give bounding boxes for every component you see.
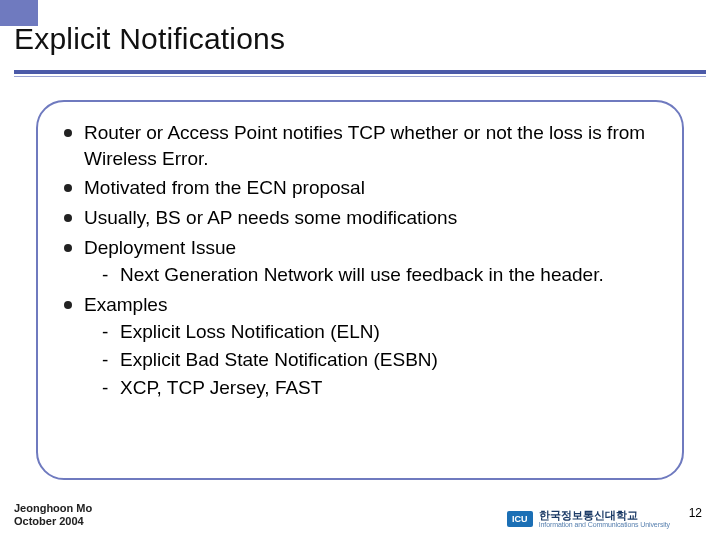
footer-logo: ICU 한국정보통신대학교 Information and Communicat… bbox=[507, 510, 670, 528]
sub-item: Explicit Loss Notification (ELN) bbox=[84, 319, 660, 345]
footer-left: Jeonghoon Mo October 2004 bbox=[14, 502, 92, 528]
content-box: Router or Access Point notifies TCP whet… bbox=[36, 100, 684, 480]
bullet-list: Router or Access Point notifies TCP whet… bbox=[60, 120, 660, 400]
logo-korean: 한국정보통신대학교 bbox=[539, 510, 670, 521]
footer-author: Jeonghoon Mo bbox=[14, 502, 92, 515]
logo-badge-icon: ICU bbox=[507, 511, 533, 527]
bullet-item: Deployment Issue Next Generation Network… bbox=[60, 235, 660, 288]
slide: Explicit Notifications Router or Access … bbox=[0, 0, 720, 540]
sub-item: Explicit Bad State Notification (ESBN) bbox=[84, 347, 660, 373]
footer-date: October 2004 bbox=[14, 515, 92, 528]
sub-item: Next Generation Network will use feedbac… bbox=[84, 262, 660, 288]
bullet-text: Usually, BS or AP needs some modificatio… bbox=[84, 207, 457, 228]
bullet-item: Usually, BS or AP needs some modificatio… bbox=[60, 205, 660, 231]
bullet-text: Router or Access Point notifies TCP whet… bbox=[84, 122, 645, 169]
title-area: Explicit Notifications bbox=[14, 22, 706, 56]
bullet-item: Router or Access Point notifies TCP whet… bbox=[60, 120, 660, 171]
bullet-item: Examples Explicit Loss Notification (ELN… bbox=[60, 292, 660, 401]
sub-text: Explicit Bad State Notification (ESBN) bbox=[120, 349, 438, 370]
bullet-item: Motivated from the ECN proposal bbox=[60, 175, 660, 201]
sub-item: XCP, TCP Jersey, FAST bbox=[84, 375, 660, 401]
bullet-text: Examples bbox=[84, 294, 167, 315]
bullet-text: Motivated from the ECN proposal bbox=[84, 177, 365, 198]
title-rule-thick bbox=[14, 70, 706, 74]
page-number: 12 bbox=[689, 506, 702, 520]
sub-text: XCP, TCP Jersey, FAST bbox=[120, 377, 322, 398]
logo-text: 한국정보통신대학교 Information and Communications… bbox=[539, 510, 670, 528]
slide-title: Explicit Notifications bbox=[14, 22, 706, 56]
sub-list: Explicit Loss Notification (ELN) Explici… bbox=[84, 319, 660, 400]
sub-text: Explicit Loss Notification (ELN) bbox=[120, 321, 380, 342]
logo-english: Information and Communications Universit… bbox=[539, 521, 670, 528]
footer: Jeonghoon Mo October 2004 ICU 한국정보통신대학교 … bbox=[14, 492, 706, 530]
sub-text: Next Generation Network will use feedbac… bbox=[120, 264, 604, 285]
title-rule-thin bbox=[14, 76, 706, 77]
bullet-text: Deployment Issue bbox=[84, 237, 236, 258]
sub-list: Next Generation Network will use feedbac… bbox=[84, 262, 660, 288]
